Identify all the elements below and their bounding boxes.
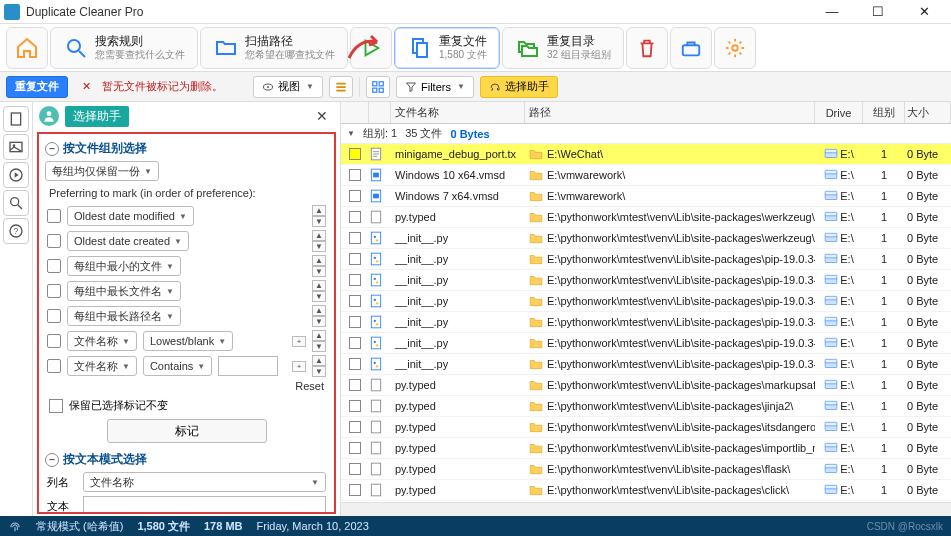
move-up-button[interactable]: ▲ — [312, 355, 326, 366]
row-checkbox[interactable] — [349, 463, 361, 475]
col-size[interactable]: 大小 — [905, 102, 951, 123]
table-row[interactable]: __init__.pyE:\pythonwork\mtest\venv\Lib\… — [341, 333, 951, 354]
move-down-button[interactable]: ▼ — [312, 316, 326, 327]
move-down-button[interactable]: ▼ — [312, 341, 326, 352]
move-up-button[interactable]: ▲ — [312, 230, 326, 241]
view-dropdown[interactable]: 视图▼ — [253, 76, 323, 98]
text-input[interactable] — [83, 496, 326, 514]
scan-now-button[interactable] — [350, 27, 392, 69]
group-select-header[interactable]: – 按文件组别选择 — [45, 140, 328, 157]
add-button[interactable]: + — [292, 336, 306, 347]
assistant-button[interactable]: 选择助手 — [480, 76, 558, 98]
rule-checkbox[interactable] — [47, 234, 61, 248]
rule-checkbox[interactable] — [47, 284, 61, 298]
row-checkbox[interactable] — [349, 316, 361, 328]
mark-button[interactable]: 标记 — [107, 419, 267, 443]
minimize-button[interactable]: — — [809, 0, 855, 24]
table-row[interactable]: __init__.pyE:\pythonwork\mtest\venv\Lib\… — [341, 354, 951, 375]
sidebar-help-icon[interactable]: ? — [3, 218, 29, 244]
move-up-button[interactable]: ▲ — [312, 305, 326, 316]
row-checkbox[interactable] — [349, 358, 361, 370]
close-button[interactable]: ✕ — [901, 0, 947, 24]
duplicate-files-tab[interactable]: 重复文件 1,580 文件 — [394, 27, 500, 69]
col-drive[interactable]: Drive — [815, 102, 863, 123]
row-checkbox[interactable] — [349, 379, 361, 391]
rule-dropdown[interactable]: 每组中最长路径名▼ — [67, 306, 181, 326]
duplicate-dirs-tab[interactable]: 重复目录 32 组目录组别 — [502, 27, 624, 69]
row-checkbox[interactable] — [349, 484, 361, 496]
move-up-button[interactable]: ▲ — [312, 330, 326, 341]
search-rules-tab[interactable]: 搜索规则 您需要查找什么文件 — [50, 27, 198, 69]
table-row[interactable]: Windows 10 x64.vmsdE:\vmwarework\E:\10 B… — [341, 165, 951, 186]
table-row[interactable]: py.typedE:\pythonwork\mtest\venv\Lib\sit… — [341, 375, 951, 396]
table-row[interactable]: py.typedE:\pythonwork\mtest\venv\Lib\sit… — [341, 480, 951, 501]
contains-input[interactable] — [218, 356, 278, 376]
text-mode-header[interactable]: – 按文本模式选择 — [45, 451, 328, 468]
move-up-button[interactable]: ▲ — [312, 255, 326, 266]
assistant-close-button[interactable]: ✕ — [310, 106, 334, 126]
row-checkbox[interactable] — [349, 169, 361, 181]
col-path[interactable]: 路径 — [525, 102, 815, 123]
rule-dropdown[interactable]: 每组中最长文件名▼ — [67, 281, 181, 301]
filename-dropdown-2[interactable]: 文件名称▼ — [67, 356, 137, 376]
table-row[interactable]: __init__.pyE:\pythonwork\mtest\venv\Lib\… — [341, 270, 951, 291]
maximize-button[interactable]: ☐ — [855, 0, 901, 24]
move-down-button[interactable]: ▼ — [312, 366, 326, 377]
table-row[interactable]: __init__.pyE:\pythonwork\mtest\venv\Lib\… — [341, 249, 951, 270]
rule-dropdown[interactable]: Oldest date created▼ — [67, 231, 189, 251]
table-row[interactable]: __init__.pyE:\pythonwork\mtest\venv\Lib\… — [341, 312, 951, 333]
table-row[interactable]: py.typedE:\pythonwork\mtest\venv\Lib\sit… — [341, 459, 951, 480]
rule-checkbox[interactable] — [47, 259, 61, 273]
row-checkbox[interactable] — [349, 421, 361, 433]
tools-button[interactable] — [670, 27, 712, 69]
keep-marks-checkbox[interactable] — [49, 399, 63, 413]
filters-dropdown[interactable]: Filters▼ — [396, 76, 474, 98]
row-checkbox[interactable] — [349, 253, 361, 265]
table-row[interactable]: py.typedE:\pythonwork\mtest\venv\Lib\sit… — [341, 207, 951, 228]
rule-checkbox[interactable] — [47, 309, 61, 323]
table-row[interactable]: py.typedE:\pythonwork\mtest\venv\Lib\sit… — [341, 438, 951, 459]
table-row[interactable]: Windows 7 x64.vmsdE:\vmwarework\E:\10 By… — [341, 186, 951, 207]
group-header-row[interactable]: ▼ 组别: 1 35 文件 0 Bytes — [341, 124, 951, 144]
rule-checkbox[interactable] — [47, 209, 61, 223]
row-checkbox[interactable] — [349, 337, 361, 349]
row-checkbox[interactable] — [349, 400, 361, 412]
row-checkbox[interactable] — [349, 274, 361, 286]
move-down-button[interactable]: ▼ — [312, 291, 326, 302]
rule-checkbox[interactable] — [47, 359, 61, 373]
filename-dropdown-1[interactable]: 文件名称▼ — [67, 331, 137, 351]
row-checkbox[interactable] — [349, 211, 361, 223]
table-row[interactable]: py.typedE:\pythonwork\mtest\venv\Lib\sit… — [341, 396, 951, 417]
keep-one-dropdown[interactable]: 每组均仅保留一份▼ — [45, 161, 159, 181]
grid-view-button[interactable] — [366, 76, 390, 98]
delete-button[interactable] — [626, 27, 668, 69]
add-button[interactable]: + — [292, 361, 306, 372]
table-row[interactable]: __init__.pyE:\pythonwork\mtest\venv\Lib\… — [341, 228, 951, 249]
horizontal-scrollbar[interactable] — [341, 502, 951, 516]
sidebar-image-icon[interactable] — [3, 134, 29, 160]
move-up-button[interactable]: ▲ — [312, 280, 326, 291]
scan-path-tab[interactable]: 扫描路径 您希望在哪查找文件 — [200, 27, 348, 69]
row-checkbox[interactable] — [349, 295, 361, 307]
move-up-button[interactable]: ▲ — [312, 205, 326, 216]
row-checkbox[interactable] — [349, 190, 361, 202]
move-down-button[interactable]: ▼ — [312, 241, 326, 252]
rule-dropdown[interactable]: 每组中最小的文件▼ — [67, 256, 181, 276]
move-down-button[interactable]: ▼ — [312, 266, 326, 277]
reset-link[interactable]: Reset — [49, 380, 324, 392]
column-dropdown[interactable]: 文件名称▼ — [83, 472, 326, 492]
move-down-button[interactable]: ▼ — [312, 216, 326, 227]
table-row[interactable]: __init__.pyE:\pythonwork\mtest\venv\Lib\… — [341, 291, 951, 312]
list-view-button[interactable] — [329, 76, 353, 98]
sidebar-files-icon[interactable] — [3, 106, 29, 132]
col-name[interactable]: 文件名称 — [391, 102, 525, 123]
sidebar-search-icon[interactable] — [3, 190, 29, 216]
row-checkbox[interactable] — [349, 148, 361, 160]
rule-checkbox[interactable] — [47, 334, 61, 348]
row-checkbox[interactable] — [349, 442, 361, 454]
dup-files-button[interactable]: 重复文件 — [6, 76, 68, 98]
home-button[interactable] — [6, 27, 48, 69]
row-checkbox[interactable] — [349, 232, 361, 244]
contains-dropdown[interactable]: Contains▼ — [143, 356, 212, 376]
rule-dropdown[interactable]: Oldest date modified▼ — [67, 206, 194, 226]
